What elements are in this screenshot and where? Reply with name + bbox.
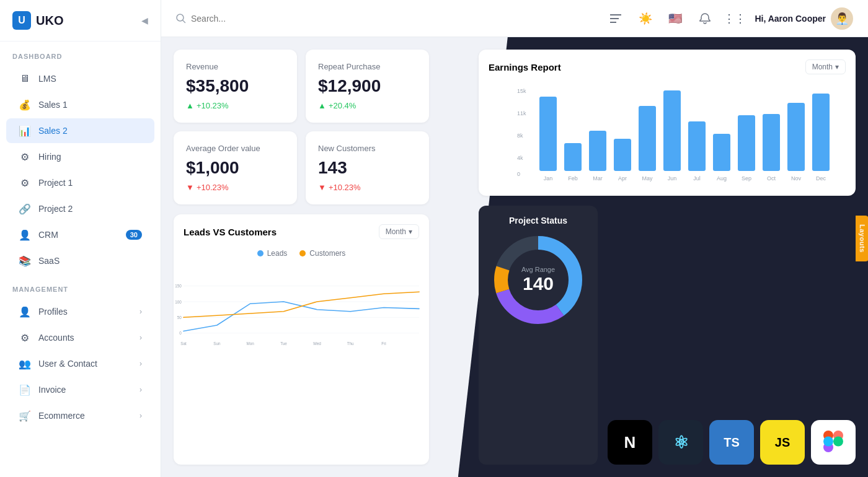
revenue-card: Revenue $35,800 ▲ +10.23%	[174, 50, 297, 123]
management-section-label: MANAGEMENT	[0, 274, 161, 298]
project1-icon: ⚙	[19, 177, 31, 189]
donut-center-label: Avg Range	[521, 266, 555, 273]
javascript-icon: JS	[760, 420, 805, 465]
logo[interactable]: U UKO	[12, 11, 63, 30]
repeat-label: Repeat Purchase	[318, 62, 417, 71]
repeat-value: $12,900	[318, 76, 417, 96]
search-icon	[176, 14, 186, 24]
donut-chart: Avg Range 140	[489, 230, 588, 330]
chart-legend: Leads Customers	[184, 249, 419, 258]
project2-icon: 🔗	[19, 203, 31, 215]
user-avatar: 👨‍💼	[831, 7, 853, 30]
earnings-header: Earnings Report Month ▾	[489, 59, 846, 74]
project-status-card: Project Status	[479, 206, 598, 465]
layouts-tab[interactable]: Layouts	[856, 216, 868, 261]
user-name: Hi, Aaron Cooper	[755, 14, 826, 24]
svg-text:Fri: Fri	[381, 341, 386, 346]
sidebar-item-crm[interactable]: 👤 CRM 30	[6, 222, 154, 247]
leads-filter-button[interactable]: Month ▾	[379, 224, 419, 239]
earnings-title: Earnings Report	[489, 62, 561, 72]
svg-text:Sep: Sep	[742, 175, 751, 182]
sidebar-item-project1[interactable]: ⚙ Project 1	[6, 170, 154, 195]
svg-text:0: 0	[179, 331, 182, 335]
svg-text:Dec: Dec	[816, 175, 826, 182]
svg-text:11k: 11k	[517, 110, 526, 116]
grid-icon[interactable]: ⋮⋮	[725, 9, 745, 28]
typescript-icon: TS	[709, 420, 754, 465]
header: ☀️ 🇺🇸 ⋮⋮ Hi, Aaron Cooper 👨‍💼	[161, 0, 868, 37]
sidebar-item-hiring[interactable]: ⚙ Hiring	[6, 144, 154, 169]
sidebar-item-project2[interactable]: 🔗 Project 2	[6, 196, 154, 221]
sidebar-item-ecommerce[interactable]: 🛒 Ecommerce ›	[6, 403, 154, 428]
avg-order-card: Average Order value $1,000 ▼ +10.23%	[174, 131, 297, 204]
svg-text:Jun: Jun	[668, 175, 677, 182]
search-input[interactable]	[191, 14, 315, 24]
customers-arrow: ▼	[318, 183, 326, 192]
svg-text:May: May	[642, 175, 653, 182]
svg-text:Wed: Wed	[313, 341, 321, 346]
tech-icons-row: N ⚛ TS JS	[608, 420, 856, 465]
earnings-bar-chart: 15k 11k 8k 4k 0	[511, 84, 846, 183]
flag-icon[interactable]: 🇺🇸	[665, 9, 685, 28]
avg-arrow: ▼	[186, 183, 194, 192]
sidebar-item-sales1[interactable]: 💰 Sales 1	[6, 92, 154, 117]
bottom-row: Project Status	[479, 206, 856, 465]
sidebar-item-user-contact[interactable]: 👥 User & Contact ›	[6, 351, 154, 376]
user-contact-chevron: ›	[140, 359, 142, 368]
svg-text:Jul: Jul	[693, 175, 701, 182]
stats-grid: Revenue $35,800 ▲ +10.23% Repeat Purchas…	[174, 50, 429, 204]
svg-point-57	[833, 437, 843, 447]
sidebar-item-invoice[interactable]: 📄 Invoice ›	[6, 377, 154, 402]
svg-text:150: 150	[175, 284, 182, 288]
new-customers-card: New Customers 143 ▼ +10.23%	[306, 131, 429, 204]
leads-legend-item: Leads	[257, 249, 288, 258]
sidebar-item-sales2[interactable]: 📊 Sales 2	[6, 118, 154, 143]
svg-text:15k: 15k	[517, 88, 526, 94]
avg-label: Average Order value	[186, 144, 285, 153]
leads-legend-dot	[257, 250, 264, 256]
menu-icon[interactable]	[606, 9, 626, 28]
header-actions: ☀️ 🇺🇸 ⋮⋮ Hi, Aaron Cooper 👨‍💼	[606, 7, 853, 30]
donut-center-value: 140	[521, 273, 555, 294]
svg-text:Sun: Sun	[213, 341, 221, 346]
sidebar-logo: U UKO ◀	[0, 0, 161, 42]
sidebar-collapse-button[interactable]: ◀	[141, 15, 148, 25]
leads-legend-label: Leads	[267, 249, 288, 258]
leads-line-chart: 150 100 50 0 Sat Sun Mon Tue Wed Thu Fri	[184, 264, 419, 363]
revenue-value: $35,800	[186, 76, 285, 96]
invoice-icon: 📄	[19, 383, 31, 396]
profiles-chevron: ›	[140, 307, 142, 316]
tech-icons-panel: N ⚛ TS JS	[608, 206, 856, 465]
profiles-icon: 👤	[19, 305, 31, 318]
revenue-label: Revenue	[186, 62, 285, 71]
customers-value: 143	[318, 158, 417, 178]
earnings-card: Earnings Report Month ▾ 15k 11k 8k 4k 0	[479, 50, 856, 196]
svg-text:Thu: Thu	[347, 341, 354, 346]
svg-rect-31	[688, 121, 706, 171]
logo-icon: U	[12, 11, 31, 30]
left-panel: Revenue $35,800 ▲ +10.23% Repeat Purchas…	[161, 37, 441, 477]
sidebar-item-accounts[interactable]: ⚙ Accounts ›	[6, 325, 154, 350]
svg-rect-28	[614, 139, 631, 171]
svg-text:Apr: Apr	[618, 175, 627, 182]
sidebar-item-lms[interactable]: 🖥 LMS	[6, 66, 154, 91]
customers-legend-label: Customers	[309, 249, 345, 258]
nextjs-icon: N	[608, 420, 652, 465]
svg-text:Mar: Mar	[593, 175, 603, 182]
svg-text:Feb: Feb	[568, 175, 578, 182]
svg-rect-34	[763, 114, 780, 171]
user-menu[interactable]: Hi, Aaron Cooper 👨‍💼	[755, 7, 853, 30]
dashboard-section: DASHBOARD 🖥 LMS 💰 Sales 1 📊 Sales 2 ⚙ Hi…	[0, 42, 161, 274]
customers-change: ▼ +10.23%	[318, 183, 417, 192]
theme-toggle-icon[interactable]: ☀️	[636, 9, 655, 28]
sidebar-item-saas[interactable]: 📚 SaaS	[6, 248, 154, 273]
earnings-filter-button[interactable]: Month ▾	[805, 59, 846, 74]
notification-icon[interactable]	[695, 9, 715, 28]
repeat-purchase-card: Repeat Purchase $12,900 ▲ +20.4%	[306, 50, 429, 123]
sidebar-item-profiles[interactable]: 👤 Profiles ›	[6, 299, 154, 324]
avg-change: ▼ +10.23%	[186, 183, 285, 192]
svg-text:Tue: Tue	[280, 341, 287, 346]
svg-text:8k: 8k	[517, 133, 523, 139]
ecommerce-icon: 🛒	[19, 409, 31, 422]
svg-rect-25	[539, 97, 557, 171]
